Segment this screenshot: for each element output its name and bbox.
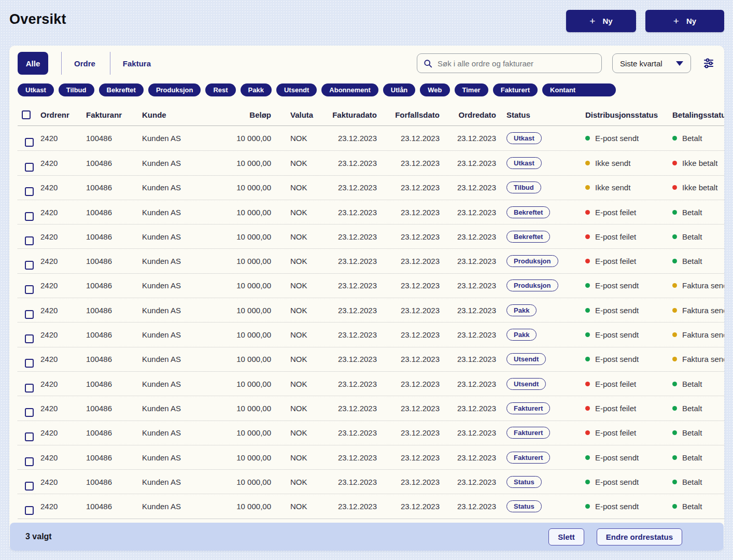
cell-checkbox xyxy=(18,502,40,511)
cell-ordredato: 23.12.2023 xyxy=(449,183,505,192)
table-row[interactable]: 2420100486Kunden AS10 000,00NOK23.12.202… xyxy=(18,273,724,298)
filter-chip-timer[interactable]: Timer xyxy=(455,83,488,96)
row-checkbox[interactable] xyxy=(25,187,34,196)
row-checkbox[interactable] xyxy=(25,482,34,491)
cell-forfallsdato: 23.12.2023 xyxy=(386,330,449,339)
filter-chip-fakturert[interactable]: Fakturert xyxy=(493,83,538,96)
filter-chip-bekreftet[interactable]: Bekreftet xyxy=(99,83,144,96)
new-button-1[interactable]: + Ny xyxy=(566,10,636,32)
tab-faktura[interactable]: Faktura xyxy=(110,52,163,75)
row-checkbox[interactable] xyxy=(25,236,34,245)
cell-belop: 10 000,00 xyxy=(225,257,271,265)
filter-chip-kontant[interactable]: Kontant xyxy=(542,83,616,96)
filter-chip-web[interactable]: Web xyxy=(420,83,449,96)
cell-ordrenr: 2420 xyxy=(40,208,86,217)
cell-distribution-status: E-post feilet xyxy=(583,257,669,265)
table-row[interactable]: 2420100486Kunden AS10 000,00NOK23.12.202… xyxy=(18,126,724,150)
cell-fakturanr: 100486 xyxy=(86,183,142,192)
cell-belop: 10 000,00 xyxy=(225,404,271,413)
status-dot-icon xyxy=(672,210,677,215)
cell-fakturanr: 100486 xyxy=(86,281,142,290)
filter-chip-abonnement[interactable]: Abonnement xyxy=(321,83,378,96)
row-checkbox[interactable] xyxy=(25,359,34,368)
table-row[interactable]: 2420100486Kunden AS10 000,00NOK23.12.202… xyxy=(18,175,724,200)
delete-button[interactable]: Slett xyxy=(548,528,584,545)
row-checkbox[interactable] xyxy=(25,457,34,466)
filter-chip-utlån[interactable]: Utlån xyxy=(383,83,416,96)
row-checkbox[interactable] xyxy=(25,285,34,294)
table-row[interactable]: 2420100486Kunden AS10 000,00NOK23.12.202… xyxy=(18,298,724,322)
table-row[interactable]: 2420100486Kunden AS10 000,00NOK23.12.202… xyxy=(18,248,724,273)
cell-valuta: NOK xyxy=(271,453,324,462)
row-checkbox[interactable] xyxy=(25,408,34,417)
table-row[interactable]: 2420100486Kunden AS10 000,00NOK23.12.202… xyxy=(18,150,724,175)
cell-ordrenr: 2420 xyxy=(40,355,86,363)
row-checkbox[interactable] xyxy=(25,212,34,221)
cell-distribution-status: Ikke sendt xyxy=(583,183,669,192)
cell-belop: 10 000,00 xyxy=(225,281,271,290)
tab-ordre[interactable]: Ordre xyxy=(62,52,108,75)
cell-status: Bekreftet xyxy=(505,206,583,218)
row-checkbox[interactable] xyxy=(25,334,34,343)
table-row[interactable]: 2420100486Kunden AS10 000,00NOK23.12.202… xyxy=(18,469,724,494)
period-select[interactable]: Siste kvartal xyxy=(612,53,691,73)
cell-fakturanr: 100486 xyxy=(86,478,142,486)
table-row[interactable]: 2420100486Kunden AS10 000,00NOK23.12.202… xyxy=(18,445,724,469)
cell-distribution-status: E-post feilet xyxy=(583,380,669,388)
table-row[interactable]: 2420100486Kunden AS10 000,00NOK23.12.202… xyxy=(18,322,724,346)
row-checkbox[interactable] xyxy=(25,163,34,172)
row-checkbox[interactable] xyxy=(25,138,34,147)
cell-valuta: NOK xyxy=(271,380,324,388)
filter-chip-pakk[interactable]: Pakk xyxy=(241,83,272,96)
table-row[interactable]: 2420100486Kunden AS10 000,00NOK23.12.202… xyxy=(18,224,724,248)
table-row[interactable]: 2420100486Kunden AS10 000,00NOK23.12.202… xyxy=(18,200,724,224)
cell-belop: 10 000,00 xyxy=(225,208,271,217)
table-row[interactable]: 2420100486Kunden AS10 000,00NOK23.12.202… xyxy=(18,347,724,371)
cell-forfallsdato: 23.12.2023 xyxy=(386,453,449,462)
row-checkbox[interactable] xyxy=(25,506,34,515)
filter-chip-utkast[interactable]: Utkast xyxy=(18,83,54,96)
select-all-checkbox[interactable] xyxy=(22,110,31,119)
payment-status-label: Betalt xyxy=(682,428,702,437)
cell-belop: 10 000,00 xyxy=(225,380,271,388)
cell-status: Utkast xyxy=(505,132,583,144)
cell-valuta: NOK xyxy=(271,159,324,167)
cell-kunde: Kunden AS xyxy=(142,453,225,462)
filter-chip-produksjon[interactable]: Produksjon xyxy=(148,83,201,96)
status-badge: Utsendt xyxy=(506,378,546,390)
status-badge: Utkast xyxy=(506,132,542,144)
filter-chip-utsendt[interactable]: Utsendt xyxy=(276,83,317,96)
cell-valuta: NOK xyxy=(271,208,324,217)
table-row[interactable]: 2420100486Kunden AS10 000,00NOK23.12.202… xyxy=(18,396,724,420)
search-input[interactable] xyxy=(438,59,595,68)
cell-checkbox xyxy=(18,257,40,265)
filter-chip-rest[interactable]: Rest xyxy=(205,83,235,96)
selection-footer: 3 valgt Slett Endre ordrestatus xyxy=(10,523,724,551)
filter-settings-button[interactable] xyxy=(701,57,716,70)
row-checkbox[interactable] xyxy=(25,432,34,441)
row-checkbox[interactable] xyxy=(25,384,34,393)
cell-forfallsdato: 23.12.2023 xyxy=(386,134,449,143)
tab-alle[interactable]: Alle xyxy=(18,52,48,75)
row-checkbox[interactable] xyxy=(25,261,34,270)
cell-payment-status: Betalt xyxy=(669,428,724,437)
payment-status-label: Betalt xyxy=(682,257,702,265)
cell-payment-status: Faktura sendt xyxy=(669,281,724,290)
table-row[interactable]: 2420100486Kunden AS10 000,00NOK23.12.202… xyxy=(18,421,724,445)
cell-kunde: Kunden AS xyxy=(142,502,225,511)
cell-forfallsdato: 23.12.2023 xyxy=(386,183,449,192)
cell-distribution-status: E-post sendt xyxy=(583,453,669,462)
row-checkbox[interactable] xyxy=(25,310,34,319)
distribution-status-label: E-post sendt xyxy=(595,453,639,462)
change-order-status-button[interactable]: Endre ordrestatus xyxy=(597,528,682,545)
page-title: Oversikt xyxy=(9,11,66,27)
cell-valuta: NOK xyxy=(271,257,324,265)
table-row[interactable]: 2420100486Kunden AS10 000,00NOK23.12.202… xyxy=(18,494,724,518)
cell-fakturadato: 23.12.2023 xyxy=(324,306,386,315)
payment-status-label: Faktura sendt xyxy=(682,306,724,315)
new-button-2[interactable]: + Ny xyxy=(645,10,724,32)
cell-ordrenr: 2420 xyxy=(40,183,86,192)
table-row[interactable]: 2420100486Kunden AS10 000,00NOK23.12.202… xyxy=(18,371,724,396)
cell-status: Produksjon xyxy=(505,255,583,267)
filter-chip-tilbud[interactable]: Tilbud xyxy=(59,83,94,96)
